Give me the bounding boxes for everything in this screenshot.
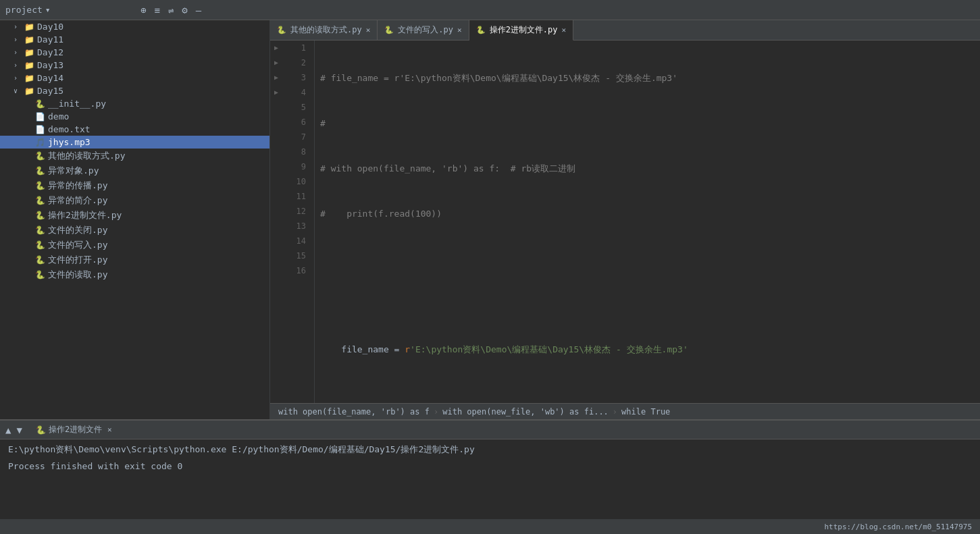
txt-file-icon: 📄 <box>35 112 45 122</box>
kw-r: r <box>405 342 410 357</box>
line-num-2: 2 <box>288 55 306 70</box>
sidebar-item-jhys[interactable]: 🎵 jhys.mp3 <box>0 136 269 149</box>
code-line-7: file_name = r'E:\python资料\Demo\编程基础\Day1… <box>320 342 975 357</box>
bottom-tab-close[interactable]: ✕ <box>107 425 112 434</box>
comment-1: # file_name = r'E:\python资料\Demo\编程基础\Da… <box>320 71 677 86</box>
sidebar-item-file-close[interactable]: 🐍 文件的关闭.py <box>0 223 269 238</box>
sidebar: › 📁 Day10 › 📁 Day11 › 📁 Day12 › 📁 Day13 … <box>0 20 270 419</box>
top-icons: ⊕ ≡ ⇌ ⚙ — <box>135 5 207 16</box>
code-line-3: # with open(file_name, 'rb') as f: # rb读… <box>320 161 975 176</box>
code-line-4: # print(f.read(100)) <box>320 207 975 221</box>
breadcrumb-part-1: with open(file_name, 'rb') as f <box>278 407 430 417</box>
tab-close-icon[interactable]: ✕ <box>366 26 371 34</box>
sidebar-item-day12[interactable]: › 📁 Day12 <box>0 46 269 59</box>
tab-close-icon[interactable]: ✕ <box>562 26 567 34</box>
sidebar-item-op2bin[interactable]: 🐍 操作2进制文件.py <box>0 208 269 223</box>
folder-icon: 📁 <box>24 22 34 32</box>
project-label[interactable]: project ▾ <box>0 5 135 15</box>
status-bar: https://blog.csdn.net/m0_51147975 <box>0 519 980 534</box>
sidebar-item-label: __init__.py <box>48 99 106 109</box>
sidebar-item-label: Day15 <box>37 86 63 96</box>
add-icon[interactable]: ⊕ <box>140 5 146 16</box>
chevron-right-icon: › <box>14 23 22 30</box>
tab-label: 操作2进制文件.py <box>490 24 558 36</box>
top-bar: project ▾ ⊕ ≡ ⇌ ⚙ — <box>0 0 980 20</box>
bottom-content: E:\python资料\Demo\venv\Scripts\python.exe… <box>0 439 980 519</box>
tab-op2bin[interactable]: 🐍 操作2进制文件.py ✕ <box>469 20 574 41</box>
fold-icon-11[interactable]: ▶ <box>270 55 282 70</box>
code-editor[interactable]: ▶ ▶ ▶ ▶ 1 2 3 4 5 6 7 8 9 10 <box>270 41 980 403</box>
sidebar-item-day14[interactable]: › 📁 Day14 <box>0 72 269 84</box>
sidebar-item-day11[interactable]: › 📁 Day11 <box>0 33 269 46</box>
sidebar-item-file-read[interactable]: 🐍 文件的读取.py <box>0 267 269 282</box>
fold-icon-16[interactable]: ▶ <box>270 85 282 100</box>
sidebar-item-other[interactable]: 🐍 其他的读取方式.py <box>0 149 269 163</box>
tab-label: 文件的写入.py <box>398 24 453 36</box>
folder-icon: 📁 <box>24 86 34 96</box>
sidebar-item-day13[interactable]: › 📁 Day13 <box>0 59 269 72</box>
line-num-14: 14 <box>288 234 306 248</box>
run-up-button[interactable]: ▲ <box>5 425 11 435</box>
sidebar-item-file-write[interactable]: 🐍 文件的写入.py <box>0 238 269 252</box>
bottom-tab-label: 操作2进制文件 <box>49 424 102 435</box>
line-num-4: 4 <box>288 85 306 100</box>
str-path: 'E:\python资料\Demo\编程基础\Day15\林俊杰 - 交换余生.… <box>410 342 688 357</box>
sidebar-item-day10[interactable]: › 📁 Day10 <box>0 20 269 33</box>
py-icon: 🐍 <box>277 26 286 34</box>
sidebar-item-label: 文件的打开.py <box>48 254 107 266</box>
bottom-tab-run[interactable]: 🐍 操作2进制文件 ✕ <box>30 423 118 437</box>
line-num-16: 16 <box>288 263 306 278</box>
line-num-15: 15 <box>288 248 306 263</box>
minimize-icon[interactable]: — <box>196 5 201 16</box>
sidebar-item-label: demo <box>48 111 69 122</box>
py-file-icon: 🐍 <box>35 151 45 161</box>
py-icon: 🐍 <box>476 26 486 34</box>
py-file-icon: 🐍 <box>35 99 45 109</box>
chevron-down-icon: ∨ <box>14 87 22 95</box>
settings-icon[interactable]: ⚙ <box>182 5 187 16</box>
code-line-2: # <box>320 116 975 131</box>
sidebar-item-label: 异常对象.py <box>48 165 99 177</box>
code-content[interactable]: # file_name = r'E:\python资料\Demo\编程基础\Da… <box>315 41 980 403</box>
line-num-5: 5 <box>288 100 306 115</box>
run-down-button[interactable]: ▼ <box>16 425 22 435</box>
line-numbers: 1 2 3 4 5 6 7 8 9 10 11 12 13 14 15 16 <box>282 41 315 403</box>
comment-2: # <box>320 116 326 131</box>
sidebar-item-demo-txt[interactable]: 📄 demo.txt <box>0 123 269 136</box>
tab-close-icon[interactable]: ✕ <box>457 26 462 34</box>
fold-icon-9[interactable]: ▶ <box>270 41 282 55</box>
sidebar-item-demo[interactable]: 📄 demo <box>0 110 269 123</box>
py-file-icon: 🐍 <box>35 181 45 190</box>
project-chevron: ▾ <box>45 5 51 15</box>
sidebar-item-file-open[interactable]: 🐍 文件的打开.py <box>0 252 269 267</box>
tab-other-read[interactable]: 🐍 其他的读取方式.py ✕ <box>270 20 378 40</box>
fold-icon-12[interactable]: ▶ <box>270 70 282 85</box>
sidebar-item-label: Day14 <box>37 73 63 83</box>
project-name: project <box>5 5 43 15</box>
bottom-panel: ▲ ▼ 🐍 操作2进制文件 ✕ E:\python资料\Demo\venv\Sc… <box>0 419 980 534</box>
swap-icon[interactable]: ⇌ <box>168 5 174 16</box>
line-num-8: 8 <box>288 144 306 159</box>
line-num-7: 7 <box>288 130 306 144</box>
exit-message-line: Process finished with exit code 0 <box>8 461 972 471</box>
sidebar-item-exception-obj[interactable]: 🐍 异常对象.py <box>0 163 269 178</box>
sidebar-item-day15[interactable]: ∨ 📁 Day15 <box>0 84 269 97</box>
py-icon: 🐍 <box>36 425 46 435</box>
sidebar-item-init[interactable]: 🐍 __init__.py <box>0 97 269 110</box>
sidebar-item-label: demo.txt <box>48 124 91 134</box>
line-num-10: 10 <box>288 174 306 189</box>
line-num-6: 6 <box>288 115 306 130</box>
sidebar-item-label: 其他的读取方式.py <box>48 150 125 162</box>
tab-label: 其他的读取方式.py <box>290 24 362 36</box>
py-file-icon: 🐍 <box>35 166 45 176</box>
list-icon[interactable]: ≡ <box>154 5 159 16</box>
tab-file-write[interactable]: 🐍 文件的写入.py ✕ <box>378 20 469 40</box>
tab-bar: 🐍 其他的读取方式.py ✕ 🐍 文件的写入.py ✕ 🐍 操作2进制文件.py… <box>270 20 980 41</box>
sidebar-item-exception-intro[interactable]: 🐍 异常的简介.py <box>0 193 269 208</box>
line-num-13: 13 <box>288 219 306 234</box>
folder-icon: 📁 <box>24 61 34 70</box>
mp3-file-icon: 🎵 <box>35 138 45 147</box>
line-num-9: 9 <box>288 159 306 174</box>
sidebar-item-label: Day12 <box>37 47 63 57</box>
sidebar-item-exception-spread[interactable]: 🐍 异常的传播.py <box>0 178 269 193</box>
